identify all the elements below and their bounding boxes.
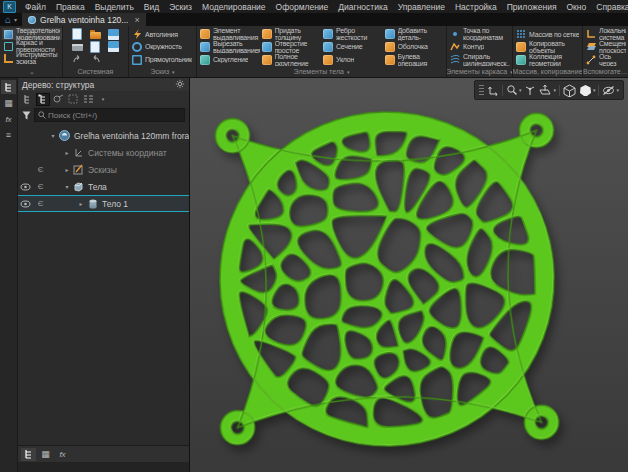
redo-icon[interactable] (90, 54, 101, 65)
visibility-eye-icon[interactable] (18, 183, 33, 191)
search-box[interactable] (34, 108, 185, 122)
menu-diagnostics[interactable]: Диагностика (333, 2, 392, 12)
app-logo-icon[interactable]: K (3, 1, 16, 13)
grouping-view-icon[interactable] (66, 93, 80, 106)
menu-management[interactable]: Управление (393, 2, 450, 12)
relations-view-icon[interactable] (51, 93, 65, 106)
parameters-panel-icon[interactable]: ▦ (1, 96, 16, 110)
tree-panel-settings-gear-icon[interactable] (175, 79, 185, 91)
new-document-icon[interactable] (72, 28, 82, 40)
autoline-button[interactable]: Автолиния (132, 28, 194, 41)
copy-objects-button[interactable]: Копировать объекты (516, 41, 580, 54)
home-caret-icon[interactable]: ▾ (13, 13, 22, 26)
structure-view-mode-icon[interactable] (36, 93, 50, 106)
tree-toolbar-caret-icon[interactable]: ▾ (96, 93, 110, 106)
tree-tab-icon[interactable] (21, 448, 36, 461)
draft-button[interactable]: Уклон (323, 53, 383, 66)
full-fillet-button[interactable]: Полное скругление (262, 53, 322, 66)
bodies-group-icon (72, 181, 85, 193)
display-options-icon[interactable] (81, 93, 95, 106)
rectangle-button[interactable]: Прямоугольник (132, 53, 194, 66)
expand-caret-icon[interactable]: ▸ (62, 149, 72, 156)
variables-panel-icon[interactable]: fx (1, 112, 16, 126)
hide-objects-button[interactable]: ▾ (602, 85, 619, 96)
viewport-3d[interactable]: ▾ ▾ ▾ ▾ (190, 78, 628, 472)
shell-button[interactable]: Оболочка (385, 41, 445, 54)
mode-solid-modeling[interactable]: Твердотельное моделирование (2, 28, 62, 40)
tree-view-mode-icon[interactable] (21, 93, 35, 106)
tree-item-sketches[interactable]: Є ▸ Эскизы (18, 161, 189, 178)
section-button[interactable]: Сечение (323, 41, 383, 54)
panel-menu-icon[interactable]: ≡ (1, 128, 16, 142)
panel-caret-icon[interactable]: ▾ (347, 69, 350, 75)
tree-panel-icon[interactable] (1, 80, 16, 94)
display-mode-button[interactable]: ▾ (579, 84, 596, 97)
section-marker-icon[interactable]: Є (33, 182, 48, 191)
menu-settings[interactable]: Настройка (450, 2, 502, 12)
boolean-button[interactable]: Булева операция (385, 53, 445, 66)
expand-caret-icon[interactable]: ▸ (62, 166, 72, 173)
open-folder-icon[interactable] (90, 32, 101, 39)
home-icon[interactable]: ⌂ (0, 13, 13, 26)
section-marker-icon[interactable]: Є (33, 165, 48, 174)
3d-model-voronoi-fan-grille[interactable] (190, 78, 628, 472)
menu-modeling[interactable]: Моделирование (197, 2, 271, 12)
geometry-collection-button[interactable]: Коллекция геометрии (516, 53, 580, 66)
menu-help[interactable]: Справка (591, 2, 628, 12)
menu-select[interactable]: Выделить (90, 2, 139, 12)
visibility-eye-icon[interactable] (18, 200, 33, 208)
axis-two-points-button[interactable]: Ось через две точки (586, 53, 626, 66)
extrude-button[interactable]: Элемент выдавливания (200, 28, 260, 41)
normal-to-button[interactable]: ▾ (539, 84, 556, 96)
modes-expand-chevron[interactable]: ⌄ (2, 66, 62, 77)
menu-file[interactable]: Файл (20, 2, 51, 12)
menu-window[interactable]: Окно (561, 2, 591, 12)
tree-item-root[interactable]: ▾ Grelha ventoinha 120mm froral 2 Grelha… (18, 127, 189, 144)
expand-caret-icon[interactable]: ▾ (62, 183, 72, 190)
zoom-button[interactable]: ▾ (506, 84, 522, 96)
expand-caret-icon[interactable]: ▸ (76, 200, 86, 207)
print-icon[interactable] (72, 44, 83, 51)
save-icon[interactable] (108, 29, 119, 40)
fillet-button[interactable]: Скругление (200, 53, 260, 66)
cylindrical-spiral-button[interactable]: Спираль цилиндрическ... (450, 53, 510, 66)
add-part-blank-button[interactable]: Добавить деталь-заготов... (385, 28, 445, 41)
isometric-view-button[interactable] (563, 84, 576, 97)
coordinate-system-button[interactable] (487, 84, 499, 96)
menu-view[interactable]: Вид (139, 2, 164, 12)
thicken-button[interactable]: Придать толщину (262, 28, 322, 41)
local-csys-button[interactable]: Локальная система коор... (586, 28, 626, 41)
undo-icon[interactable] (72, 54, 83, 65)
menu-edit[interactable]: Правка (51, 2, 90, 12)
parameters-tab-icon[interactable]: ▦ (38, 448, 53, 461)
tree-item-coordinate-systems[interactable]: ▸ Системы координат (18, 144, 189, 161)
mode-wireframe-surfaces[interactable]: Каркас и поверхности (2, 40, 62, 52)
tree-item-bodies[interactable]: Є ▾ Тела (18, 178, 189, 195)
orientation-button[interactable] (524, 84, 536, 96)
menu-drawing[interactable]: Оформление (271, 2, 334, 12)
part-document-icon (58, 130, 71, 142)
rib-button[interactable]: Ребро жесткости (323, 28, 383, 41)
point-by-coordinates-button[interactable]: Точка по координатам (450, 28, 510, 41)
menu-sketch[interactable]: Эскиз (164, 2, 197, 12)
simple-hole-button[interactable]: Отверстие простое (262, 41, 322, 54)
active-document-tab[interactable]: Grelha ventoinha 120... × (22, 13, 146, 26)
panel-caret-icon[interactable]: ▾ (172, 69, 175, 75)
tree-item-body1-selected[interactable]: Є ▸ Тело 1 (18, 195, 189, 212)
mode-sketch-tools[interactable]: Инструменты эскиза (2, 52, 62, 64)
grid-pattern-button[interactable]: Массив по сетке (516, 28, 580, 41)
toolbar-grip-handle[interactable] (479, 85, 484, 95)
filter-funnel-icon[interactable] (22, 111, 31, 120)
section-marker-icon[interactable]: Є (33, 199, 48, 208)
offset-plane-button[interactable]: Смещенная плоскость (586, 41, 626, 54)
cut-extrude-button[interactable]: Вырезать выдавливанием (200, 41, 260, 54)
variables-tab-icon[interactable]: fx (55, 448, 70, 461)
close-tab-icon[interactable]: × (134, 15, 139, 25)
contour-button[interactable]: Контур (450, 41, 510, 54)
document-preview-icon[interactable] (90, 41, 100, 53)
circle-button[interactable]: Окружность (132, 41, 194, 54)
search-input[interactable] (48, 111, 181, 120)
menu-applications[interactable]: Приложения (502, 2, 562, 12)
document-properties-icon[interactable] (108, 41, 119, 52)
expand-caret-icon[interactable]: ▾ (48, 132, 58, 139)
